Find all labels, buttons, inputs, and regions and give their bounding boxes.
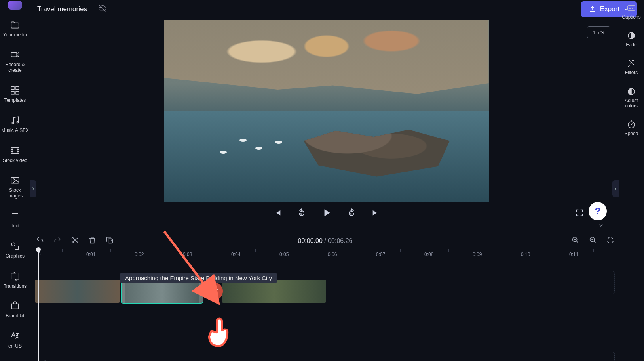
video-preview[interactable] [164, 20, 489, 202]
skip-forward-button[interactable] [371, 208, 380, 219]
sidebar-item-templates[interactable]: Templates [1, 85, 29, 103]
sidebar-item-label: Your media [3, 32, 27, 38]
image-icon [10, 175, 20, 185]
rewind-5-button[interactable]: 5 [297, 208, 306, 219]
sidebar-item-label: Captions [622, 15, 640, 20]
timeline[interactable]: 00:010:020:030:040:050:060:070:080:090:1… [35, 249, 615, 361]
left-sidebar: Your media Record & create Templates Mus… [0, 0, 30, 361]
text-icon [10, 211, 20, 221]
svg-rect-1 [11, 86, 14, 90]
ruler-tick: 0:10 [521, 252, 530, 257]
play-button[interactable] [321, 208, 332, 220]
music-icon [10, 115, 20, 126]
right-sidebar: Captions Fade Filters Adjust colors Spee… [619, 0, 644, 361]
collapse-preview-button[interactable] [597, 222, 604, 231]
delete-button[interactable] [88, 236, 97, 246]
folder-icon [10, 20, 20, 30]
speed-icon [627, 120, 636, 129]
svg-rect-12 [628, 6, 635, 10]
svg-text:5: 5 [300, 212, 302, 215]
sidebar-item-record-create[interactable]: Record & create [1, 50, 29, 73]
sidebar-item-stock-video[interactable]: Stock video [1, 145, 29, 164]
sidebar-item-filters[interactable]: Filters [625, 59, 638, 75]
sidebar-item-transitions[interactable]: Transitions [1, 271, 29, 289]
svg-rect-3 [11, 91, 14, 94]
svg-rect-11 [15, 246, 19, 250]
project-title[interactable]: Travel memories [37, 5, 87, 13]
zoom-out-button[interactable] [589, 236, 597, 246]
export-label: Export [600, 5, 619, 13]
sidebar-item-speed[interactable]: Speed [625, 120, 638, 136]
sidebar-item-your-media[interactable]: Your media [1, 20, 29, 38]
expand-left-panel-button[interactable]: › [30, 180, 36, 197]
timeline-toolbar: 00:00.00 / 00:06.26 [36, 232, 615, 250]
skip-back-button[interactable] [273, 208, 282, 219]
app-logo[interactable] [8, 1, 22, 10]
playback-controls: 5 5 [164, 208, 489, 220]
ruler-tick: 0:08 [424, 252, 433, 257]
trash
-icon [211, 287, 219, 295]
sidebar-item-label: Transitions [4, 284, 27, 289]
help-button[interactable]: ? [589, 202, 607, 220]
preview-area: 5 5 [38, 20, 615, 226]
ruler-tick: 0:04 [231, 252, 240, 257]
ruler-tick: 0:06 [328, 252, 337, 257]
ruler-tick: 0:11 [569, 252, 578, 257]
captions-icon [627, 3, 636, 13]
ruler-tick: 0:07 [376, 252, 385, 257]
zoom-in-button[interactable] [571, 236, 580, 246]
time-ruler[interactable]: 00:010:020:030:040:050:060:070:080:090:1… [35, 249, 615, 262]
svg-point-9 [13, 179, 14, 180]
ruler-tick: 0:01 [86, 252, 95, 257]
forward-5-button[interactable]: 5 [347, 208, 356, 219]
current-time: 00:00.00 [298, 237, 323, 244]
sidebar-item-label: Stock video [3, 158, 27, 164]
sidebar-item-captions[interactable]: Captions [622, 3, 640, 20]
adjust-colors-icon [627, 87, 636, 96]
fade-icon [627, 31, 636, 40]
duplicate-button[interactable] [105, 236, 114, 246]
playhead-mar
[interactable] [38, 249, 39, 361]
svg-point-18 [72, 238, 74, 239]
filters-icon [627, 59, 636, 68]
svg-text:5: 5 [350, 212, 352, 215]
templates-icon [10, 85, 20, 96]
graphics-icon [10, 241, 20, 251]
ruler-tick: 0:02 [135, 252, 144, 257]
sidebar-item-music-sfx[interactable]: Music & SFX [1, 115, 29, 134]
ruler-tick: 0:09 [473, 252, 482, 257]
redo-button[interactable] [53, 236, 62, 246]
svg-rect-7 [11, 147, 19, 153]
brandkit-icon [10, 301, 20, 311]
sidebar-item-adjust-colors[interactable]: Adjust colors [619, 87, 644, 109]
sidebar-item-label: Filters [625, 70, 638, 75]
help-icon: ? [595, 206, 601, 217]
undo-button[interactable] [36, 236, 44, 246]
sidebar-item-label: Templates [4, 98, 26, 103]
sidebar-item-label: Brand kit [6, 313, 24, 319]
sidebar-item-text[interactable]: Text [1, 211, 29, 229]
sidebar-item-graphics[interactable]: Graphics [1, 241, 29, 259]
split-button[interactable] [70, 236, 79, 246]
sidebar-item-stock-images[interactable]: Stock images [1, 175, 29, 199]
sidebar-item-label: en-US [8, 344, 22, 349]
sidebar-item-label: Record & create [1, 62, 29, 73]
sidebar-item-label: Music & SFX [1, 128, 28, 134]
zoom-fit-button[interactable] [606, 236, 615, 246]
video-clip[interactable] [35, 280, 120, 303]
sidebar-item-fade[interactable]: Fade [626, 31, 636, 48]
ruler-tick: 0:03 [183, 252, 192, 257]
top-bar: Travel memories Export [30, 0, 644, 18]
cloud-sync-off-icon[interactable] [98, 4, 107, 14]
sidebar-item-label: Adjust colors [619, 98, 644, 109]
camera-icon [10, 50, 20, 60]
sidebar-item-language[interactable]: en-US [1, 331, 29, 349]
film-icon [10, 145, 20, 156]
sidebar-item-brand-kit[interactable]: Brand kit [1, 301, 29, 319]
sidebar-item-label: Fade [626, 42, 636, 48]
audio-track[interactable]: + Add audio [35, 352, 615, 361]
svg-rect-0 [11, 53, 17, 57]
sidebar-item-label: Graphics [6, 254, 25, 259]
fullscreen-button[interactable] [575, 208, 584, 219]
svg-point-5 [12, 122, 13, 124]
